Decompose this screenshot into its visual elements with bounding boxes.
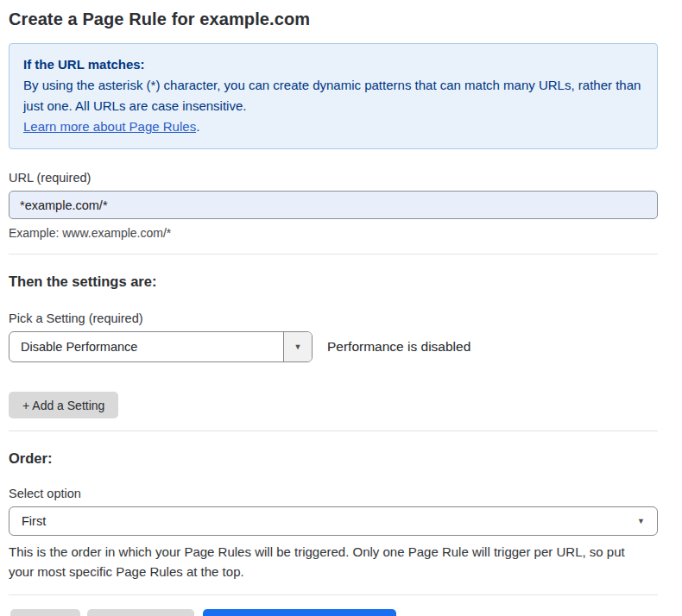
order-select-label: Select option bbox=[9, 487, 658, 500]
order-select[interactable]: First ▼ bbox=[9, 506, 658, 536]
save-as-draft-button[interactable]: Save as Draft bbox=[87, 609, 194, 616]
cancel-button[interactable]: Cancel bbox=[10, 609, 80, 616]
url-field-label: URL (required) bbox=[9, 171, 658, 185]
order-select-value: First bbox=[22, 514, 46, 528]
page-title: Create a Page Rule for example.com bbox=[9, 9, 658, 29]
info-box-link-line: Learn more about Page Rules. bbox=[23, 116, 643, 137]
chevron-down-icon: ▼ bbox=[294, 343, 302, 351]
setting-row: Disable Performance ▼ Performance is dis… bbox=[9, 331, 658, 362]
form-actions: Cancel Save as Draft Save and Deploy Pag… bbox=[10, 609, 658, 616]
pick-setting-label: Pick a Setting (required) bbox=[9, 311, 658, 325]
info-box-body: By using the asterisk (*) character, you… bbox=[23, 75, 643, 116]
divider bbox=[9, 594, 658, 595]
setting-dropdown-value: Disable Performance bbox=[9, 332, 283, 361]
learn-more-link[interactable]: Learn more about Page Rules bbox=[23, 119, 196, 134]
setting-status-text: Performance is disabled bbox=[327, 339, 470, 355]
divider bbox=[9, 254, 658, 255]
settings-section-heading: Then the settings are: bbox=[9, 273, 658, 290]
url-input[interactable] bbox=[9, 191, 658, 219]
page-rule-form: Create a Page Rule for example.com If th… bbox=[9, 9, 658, 616]
url-match-info-box: If the URL matches: By using the asteris… bbox=[9, 43, 658, 149]
chevron-down-icon: ▼ bbox=[637, 518, 645, 525]
setting-dropdown-arrow-button[interactable]: ▼ bbox=[283, 332, 312, 361]
order-help-text: This is the order in which your Page Rul… bbox=[9, 542, 652, 581]
save-and-deploy-button[interactable]: Save and Deploy Page Rule bbox=[203, 609, 396, 616]
link-period: . bbox=[196, 119, 199, 134]
order-section-heading: Order: bbox=[9, 450, 658, 467]
info-box-heading: If the URL matches: bbox=[23, 54, 643, 75]
setting-dropdown[interactable]: Disable Performance ▼ bbox=[9, 331, 313, 362]
add-setting-button[interactable]: + Add a Setting bbox=[9, 392, 118, 418]
divider bbox=[9, 431, 658, 431]
url-example-text: Example: www.example.com/* bbox=[9, 226, 658, 240]
